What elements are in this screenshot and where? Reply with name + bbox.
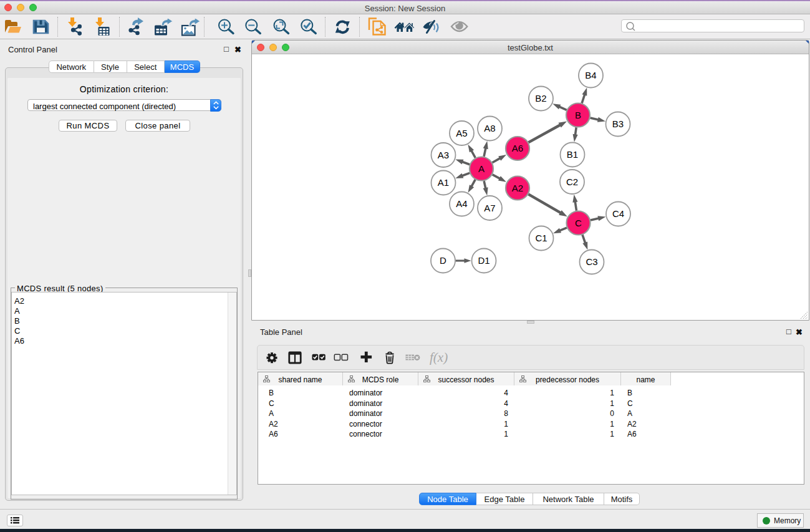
svg-text:C3: C3 [586,256,597,267]
svg-text:A4: A4 [456,198,467,209]
svg-text:A8: A8 [484,123,495,133]
svg-text:A2: A2 [512,183,523,193]
svg-text:A6: A6 [512,143,523,153]
svg-text:B: B [575,110,581,120]
svg-text:A1: A1 [438,177,449,188]
svg-text:C1: C1 [535,233,547,243]
svg-text:D1: D1 [478,255,489,266]
svg-text:B4: B4 [585,70,596,80]
svg-text:D: D [440,255,446,266]
svg-text:f(x): f(x) [430,350,448,365]
svg-text:B1: B1 [567,149,578,160]
svg-text:B2: B2 [535,93,546,104]
svg-text:C2: C2 [566,177,578,187]
svg-text:A5: A5 [456,128,467,138]
svg-text:B3: B3 [612,118,624,129]
svg-text:C: C [575,218,582,228]
svg-text:A3: A3 [438,150,449,160]
svg-text:A7: A7 [484,203,495,213]
svg-text:C4: C4 [612,208,624,219]
svg-text:A: A [478,163,485,174]
